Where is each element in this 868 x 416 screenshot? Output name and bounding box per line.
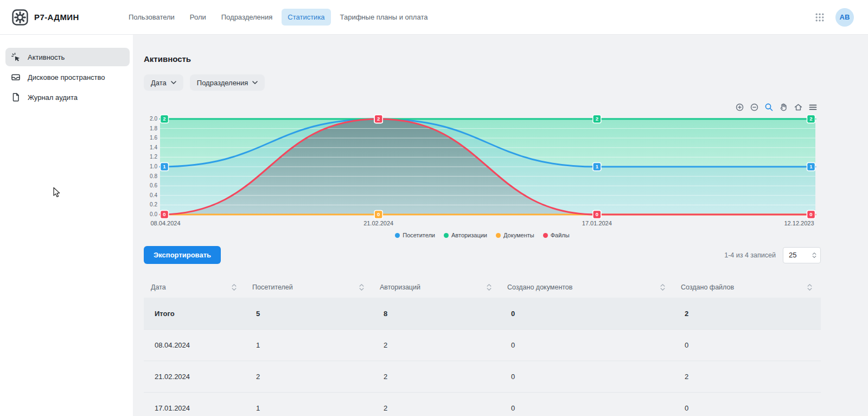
- legend-item[interactable]: Файлы: [543, 232, 570, 238]
- cell-value: 0: [500, 310, 674, 318]
- legend-label: Документы: [503, 232, 534, 238]
- activity-cursor-icon: [11, 52, 21, 62]
- table-total-row: Итого5802: [144, 298, 821, 329]
- activity-chart: 0.00.20.40.60.81.01.21.41.61.82.01211222…: [144, 112, 821, 230]
- cell-value: 1: [245, 404, 373, 412]
- svg-text:2.0: 2.0: [150, 116, 157, 122]
- svg-text:0: 0: [377, 211, 380, 217]
- top-bar: Р7-АДМИН ПользователиРолиПодразделенияСт…: [0, 0, 868, 35]
- svg-text:2: 2: [596, 116, 598, 122]
- gear-icon: [12, 9, 28, 26]
- brand: Р7-АДМИН: [0, 9, 114, 26]
- filter-chip-1[interactable]: Дата: [144, 74, 183, 91]
- nav-item-1[interactable]: Пользователи: [123, 9, 181, 26]
- legend-item[interactable]: Авторизации: [444, 232, 487, 238]
- spinner-icon: [812, 252, 816, 259]
- main: Активность ДатаПодразделения 0.00.20.40.…: [133, 35, 868, 416]
- svg-text:1: 1: [596, 163, 599, 169]
- legend-dot: [444, 233, 449, 238]
- cell-value: 0: [674, 404, 821, 412]
- apps-grid-icon[interactable]: [815, 12, 825, 22]
- home-icon[interactable]: [794, 103, 803, 112]
- nav-item-3[interactable]: Подразделения: [215, 9, 279, 26]
- svg-text:2: 2: [163, 116, 165, 122]
- cell-value: 8: [373, 310, 500, 318]
- column-header-1[interactable]: Дата: [144, 283, 245, 291]
- svg-text:0.0: 0.0: [150, 211, 157, 217]
- svg-text:0.2: 0.2: [150, 201, 157, 207]
- column-header-4[interactable]: Создано документов: [500, 283, 674, 291]
- pan-icon[interactable]: [779, 103, 788, 112]
- activity-chart-card: 0.00.20.40.60.81.01.21.41.61.82.01211222…: [144, 103, 821, 238]
- sidebar-item-1[interactable]: Активность: [5, 48, 130, 66]
- disk-icon: [11, 72, 21, 82]
- svg-text:1.4: 1.4: [150, 144, 157, 150]
- legend-dot: [543, 233, 548, 238]
- table-header: ДатаПосетителейАвторизацийСоздано докуме…: [144, 277, 821, 298]
- legend-label: Посетители: [403, 232, 435, 238]
- export-button[interactable]: Экспортировать: [144, 246, 221, 264]
- svg-text:0.8: 0.8: [150, 173, 157, 179]
- nav-item-2[interactable]: Роли: [184, 9, 212, 26]
- sidebar-item-label: Активность: [28, 53, 65, 61]
- avatar[interactable]: АВ: [835, 8, 854, 27]
- point-label: 2: [374, 115, 382, 123]
- filters: ДатаПодразделения: [144, 74, 821, 91]
- svg-text:08.04.2024: 08.04.2024: [150, 220, 180, 226]
- point-label: 0: [374, 211, 382, 219]
- column-header-label: Дата: [151, 283, 166, 291]
- legend-item[interactable]: Посетители: [395, 232, 435, 238]
- search-zoom-icon[interactable]: [764, 103, 774, 112]
- cell-value: 0: [500, 373, 674, 381]
- cell-value: 1: [245, 341, 373, 349]
- svg-text:0: 0: [596, 211, 598, 217]
- nav-item-5[interactable]: Тарифные планы и оплата: [334, 9, 434, 26]
- svg-text:2: 2: [809, 116, 812, 122]
- svg-text:1.6: 1.6: [150, 135, 157, 141]
- svg-text:2: 2: [377, 116, 380, 122]
- legend-item[interactable]: Документы: [496, 232, 534, 238]
- page-title: Активность: [144, 54, 821, 64]
- cell-date: 21.02.2024: [144, 373, 245, 381]
- cell-value: 2: [373, 341, 500, 349]
- legend-dot: [496, 233, 501, 238]
- cell-value: 2: [373, 404, 500, 412]
- svg-text:0: 0: [163, 211, 165, 217]
- column-header-label: Создано файлов: [681, 283, 734, 291]
- column-header-label: Посетителей: [252, 283, 293, 291]
- menu-icon[interactable]: [808, 103, 818, 112]
- controls-row: Экспортировать 1-4 из 4 записей 25: [144, 246, 821, 264]
- svg-text:1: 1: [163, 163, 166, 169]
- sort-icon: [807, 283, 812, 291]
- point-label: 2: [807, 115, 815, 123]
- column-header-label: Создано документов: [507, 283, 572, 291]
- svg-text:1.0: 1.0: [150, 163, 157, 169]
- filter-chip-2[interactable]: Подразделения: [190, 74, 265, 91]
- legend-dot: [395, 233, 400, 238]
- svg-text:0.4: 0.4: [150, 192, 157, 198]
- sort-icon: [487, 283, 492, 291]
- top-right: АВ: [815, 8, 868, 27]
- activity-table: ДатаПосетителейАвторизацийСоздано докуме…: [144, 277, 821, 416]
- column-header-label: Авторизаций: [380, 283, 420, 291]
- table-body: Итого580208.04.2024120021.02.2024220217.…: [144, 298, 821, 416]
- cell-value: 0: [500, 404, 674, 412]
- records-info: 1-4 из 4 записей: [724, 251, 776, 259]
- page-size-value: 25: [789, 251, 796, 259]
- page-size-select[interactable]: 25: [783, 247, 821, 263]
- sidebar-item-2[interactable]: Дисковое пространство: [5, 68, 130, 86]
- svg-text:0.6: 0.6: [150, 182, 157, 188]
- column-header-3[interactable]: Авторизаций: [373, 283, 500, 291]
- zoom-in-icon[interactable]: [735, 103, 744, 112]
- nav-item-4[interactable]: Статистика: [282, 9, 330, 26]
- chevron-down-icon: [171, 81, 176, 84]
- svg-text:1: 1: [809, 163, 813, 169]
- cell-value: 0: [500, 341, 674, 349]
- column-header-5[interactable]: Создано файлов: [674, 283, 821, 291]
- column-header-2[interactable]: Посетителей: [245, 283, 373, 291]
- sidebar-item-3[interactable]: Журнал аудита: [5, 88, 130, 106]
- point-label: 0: [807, 211, 815, 219]
- svg-text:1.2: 1.2: [150, 154, 157, 160]
- brand-name: Р7-АДМИН: [34, 12, 79, 22]
- zoom-out-icon[interactable]: [750, 103, 759, 112]
